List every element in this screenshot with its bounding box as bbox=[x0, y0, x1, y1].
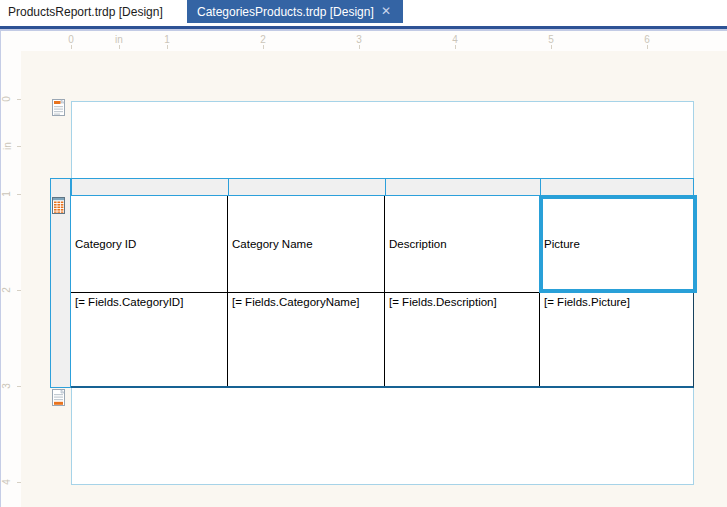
tab-products-report[interactable]: ProductsReport.trdp [Design] bbox=[0, 0, 187, 23]
vruler-tick bbox=[17, 99, 21, 100]
header-cell-category-id[interactable]: Category ID bbox=[71, 196, 228, 292]
field-expression: [= Fields.CategoryID] bbox=[75, 296, 183, 308]
tab-categories-products[interactable]: CategoriesProducts.trdp [Design] ✕ bbox=[187, 0, 403, 23]
vruler-label: 1 bbox=[1, 191, 12, 197]
vruler-tick bbox=[17, 482, 21, 483]
table-column-selector-band[interactable] bbox=[50, 178, 694, 196]
vertical-ruler: 0 in 1 2 3 4 bbox=[0, 31, 21, 507]
hruler-label: 5 bbox=[548, 34, 554, 45]
header-cell-label: Description bbox=[389, 238, 447, 250]
band-divider bbox=[71, 179, 72, 195]
band-divider bbox=[228, 179, 229, 195]
hruler-label: 4 bbox=[452, 34, 458, 45]
band-divider bbox=[540, 179, 541, 195]
hruler-label: 0 bbox=[68, 34, 74, 45]
hruler-tick bbox=[551, 45, 552, 49]
header-cell-label: Category ID bbox=[75, 238, 136, 250]
hruler-tick bbox=[263, 45, 264, 49]
hruler-tick bbox=[455, 45, 456, 49]
vruler-tick bbox=[17, 146, 21, 147]
hruler-unit-label: in bbox=[115, 34, 123, 45]
document-tab-bar: ProductsReport.trdp [Design] CategoriesP… bbox=[0, 0, 727, 26]
vruler-label: 3 bbox=[1, 383, 12, 389]
hruler-label: 2 bbox=[260, 34, 266, 45]
horizontal-ruler: 0 in 1 2 3 4 5 6 bbox=[0, 31, 727, 51]
data-cell-picture[interactable]: [= Fields.Picture] bbox=[540, 293, 693, 386]
hruler-label: 6 bbox=[644, 34, 650, 45]
page-header-section-icon[interactable] bbox=[52, 99, 66, 117]
selected-cell-border bbox=[539, 195, 697, 293]
hruler-tick bbox=[647, 45, 648, 49]
hruler-tick bbox=[71, 45, 72, 49]
vruler-tick bbox=[17, 290, 21, 291]
vruler-unit-label: in bbox=[2, 142, 13, 150]
close-tab-icon[interactable]: ✕ bbox=[381, 4, 391, 18]
band-divider bbox=[385, 179, 386, 195]
header-cell-label: Category Name bbox=[232, 238, 313, 250]
table-data-row: [= Fields.CategoryID] [= Fields.Category… bbox=[71, 293, 694, 388]
tab-label: CategoriesProducts.trdp [Design] bbox=[197, 5, 374, 19]
field-expression: [= Fields.CategoryName] bbox=[232, 296, 360, 308]
hruler-label: 1 bbox=[164, 34, 170, 45]
field-expression: [= Fields.Picture] bbox=[544, 296, 630, 308]
vruler-tick bbox=[17, 386, 21, 387]
field-expression: [= Fields.Description] bbox=[389, 296, 497, 308]
header-cell-description[interactable]: Description bbox=[385, 196, 540, 292]
tab-label: ProductsReport.trdp [Design] bbox=[8, 5, 163, 19]
detail-section-icon[interactable] bbox=[52, 197, 66, 215]
data-cell-description[interactable]: [= Fields.Description] bbox=[385, 293, 540, 386]
page-footer-section-icon[interactable] bbox=[52, 389, 66, 407]
header-cell-category-name[interactable]: Category Name bbox=[228, 196, 385, 292]
hruler-tick bbox=[167, 45, 168, 49]
data-cell-category-id[interactable]: [= Fields.CategoryID] bbox=[71, 293, 228, 386]
data-cell-category-name[interactable]: [= Fields.CategoryName] bbox=[228, 293, 385, 386]
hruler-tick bbox=[119, 45, 120, 49]
vruler-label: 4 bbox=[1, 479, 12, 485]
vruler-label: 2 bbox=[1, 287, 12, 293]
vruler-tick bbox=[17, 194, 21, 195]
hruler-tick bbox=[359, 45, 360, 49]
hruler-label: 3 bbox=[356, 34, 362, 45]
vruler-label: 0 bbox=[1, 96, 12, 102]
